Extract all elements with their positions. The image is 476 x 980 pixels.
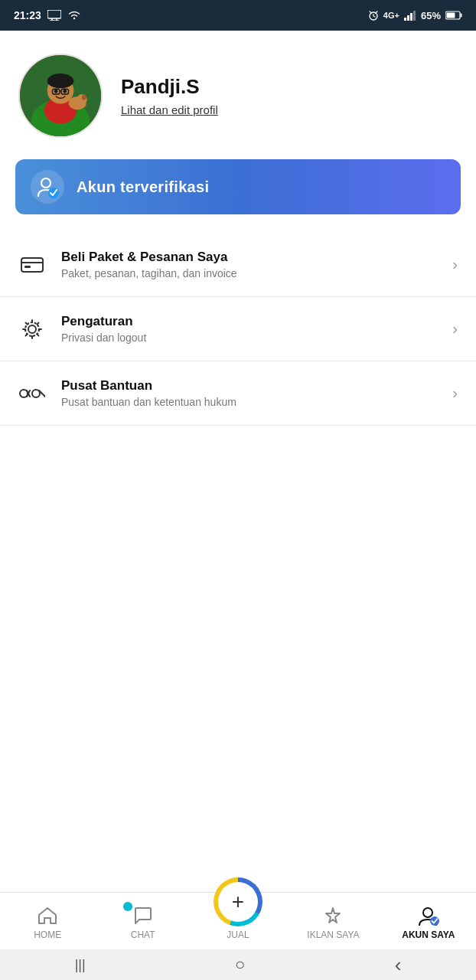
chat-notification-badge (123, 902, 132, 911)
svg-point-17 (54, 90, 58, 93)
time-display: 21:23 (14, 9, 41, 21)
avatar[interactable] (18, 54, 103, 138)
home-icon (37, 905, 58, 926)
nav-item-home[interactable]: HOME (0, 905, 95, 940)
svg-point-18 (63, 90, 67, 93)
settings-subtitle: Privasi dan logout (61, 332, 437, 344)
settings-chevron: › (452, 320, 458, 338)
screen-icon (47, 10, 61, 21)
jual-plus-icon: + (218, 882, 258, 922)
iklan-icon (322, 905, 344, 926)
jual-button-container: + (214, 877, 262, 926)
orders-icon (18, 251, 46, 279)
bottom-navigation: HOME CHAT + JUAL IKLAN SAYA (0, 892, 476, 949)
akun-label: AKUN SAYA (402, 929, 455, 940)
svg-rect-29 (24, 266, 31, 268)
avatar-image (20, 55, 101, 136)
orders-chevron: › (452, 256, 458, 273)
help-subtitle: Pusat bantuan dan ketentuan hukum (61, 396, 437, 408)
orders-title: Beli Paket & Pesanan Saya (61, 250, 437, 265)
svg-rect-5 (404, 18, 406, 21)
battery-icon (445, 11, 462, 20)
network-label: 4G+ (383, 11, 399, 20)
status-left: 21:23 (14, 9, 81, 21)
menu-item-help[interactable]: Pusat Bantuan Pusat bantuan dan ketentua… (0, 361, 476, 426)
wifi-icon (67, 10, 81, 21)
akun-icon (418, 905, 439, 926)
svg-rect-0 (47, 10, 61, 18)
verified-banner[interactable]: Akun terverifikasi (15, 159, 461, 214)
android-menu-button[interactable]: ||| (75, 957, 86, 973)
signal-icon (404, 10, 416, 21)
nav-item-jual[interactable]: + JUAL (191, 877, 285, 940)
help-title: Pusat Bantuan (61, 378, 437, 394)
svg-rect-10 (461, 14, 462, 18)
svg-point-37 (423, 908, 432, 917)
verified-icon-wrap (31, 170, 64, 204)
android-nav-bar: ||| ○ ‹ (0, 949, 476, 980)
chat-label: CHAT (131, 929, 155, 940)
svg-point-30 (28, 325, 36, 333)
orders-text: Beli Paket & Pesanan Saya Paket, pesanan… (61, 250, 437, 279)
iklan-label: IKLAN SAYA (307, 929, 359, 940)
main-content: Pandji.S Lihat dan edit profil Akun terv… (0, 31, 476, 980)
svg-point-24 (82, 94, 86, 100)
menu-list: Beli Paket & Pesanan Saya Paket, pesanan… (0, 233, 476, 426)
status-right: 4G+ 65% (368, 10, 462, 21)
verified-icon (35, 175, 60, 199)
settings-text: Pengaturan Privasi dan logout (61, 314, 437, 344)
android-home-button[interactable]: ○ (235, 955, 245, 975)
profile-name: Pandji.S (121, 75, 218, 99)
help-chevron: › (452, 384, 458, 402)
orders-subtitle: Paket, pesanan, tagihan, dan invoice (61, 267, 437, 279)
settings-title: Pengaturan (61, 314, 437, 329)
nav-item-chat[interactable]: CHAT (95, 905, 190, 940)
profile-info: Pandji.S Lihat dan edit profil (121, 75, 218, 116)
svg-point-25 (41, 178, 51, 188)
svg-rect-7 (410, 13, 412, 21)
help-text: Pusat Bantuan Pusat bantuan dan ketentua… (61, 378, 437, 408)
help-icon (18, 380, 46, 407)
battery-label: 65% (421, 10, 441, 21)
menu-item-orders[interactable]: Beli Paket & Pesanan Saya Paket, pesanan… (0, 233, 476, 297)
svg-rect-27 (21, 258, 43, 272)
svg-rect-6 (407, 15, 409, 21)
status-bar: 21:23 4G+ 65% (0, 0, 476, 31)
svg-rect-8 (413, 11, 416, 21)
chat-icon (132, 905, 154, 926)
verified-label: Akun terverifikasi (77, 178, 209, 196)
profile-section: Pandji.S Lihat dan edit profil (0, 31, 476, 153)
svg-point-16 (47, 74, 74, 88)
settings-icon (18, 315, 46, 343)
profile-edit-link[interactable]: Lihat dan edit profil (121, 103, 218, 116)
svg-rect-11 (447, 13, 455, 18)
jual-label: JUAL (227, 929, 249, 940)
android-back-button[interactable]: ‹ (395, 953, 402, 977)
menu-item-settings[interactable]: Pengaturan Privasi dan logout › (0, 297, 476, 361)
nav-item-akun[interactable]: AKUN SAYA (381, 905, 476, 940)
home-label: HOME (34, 929, 61, 940)
alarm-icon (368, 10, 379, 21)
nav-item-iklan[interactable]: IKLAN SAYA (285, 905, 380, 940)
